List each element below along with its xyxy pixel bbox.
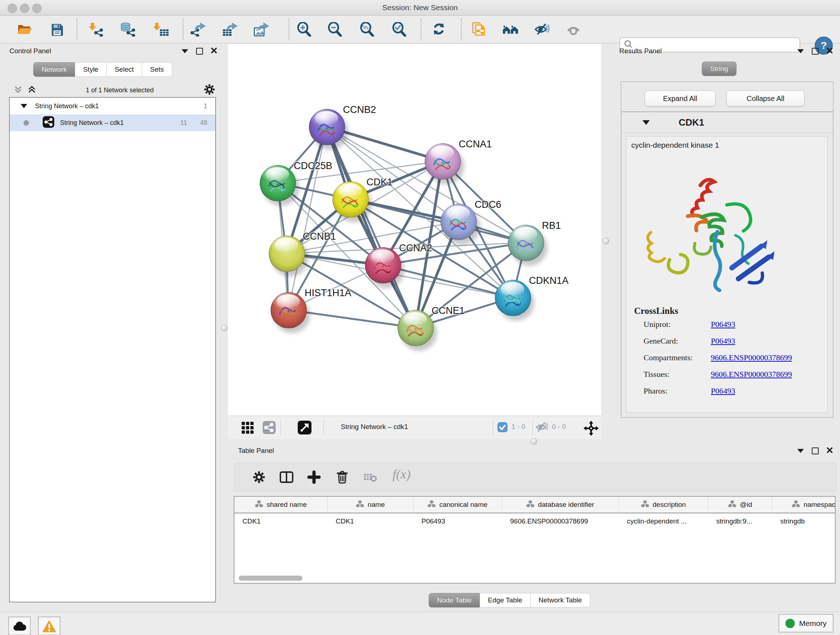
network-edge[interactable] [288, 127, 327, 310]
column-header--id[interactable]: @id [708, 497, 772, 513]
collapse-all-button[interactable]: Collapse All [726, 90, 805, 106]
results-buttons-box: Expand All Collapse All [621, 81, 834, 112]
crosslink-row: Tissues:9606.ENSP00000378699 [644, 370, 821, 382]
crosslink-link[interactable]: P06493 [711, 386, 735, 399]
crosslink-link[interactable]: 9606.ENSP00000378699 [711, 370, 792, 382]
memory-button[interactable]: Memory [778, 614, 834, 632]
table-cell[interactable]: stringdb:9... [708, 513, 772, 529]
column-header-namespace[interactable]: namespace [772, 497, 836, 513]
collapse-all-icon[interactable] [14, 85, 22, 95]
selected-checkbox-icon[interactable] [497, 419, 508, 435]
panel-menu-icon[interactable] [797, 449, 804, 453]
column-header-canonical-name[interactable]: canonical name [414, 497, 502, 513]
expand-all-icon[interactable] [27, 85, 36, 95]
zoom-fit-icon[interactable] [357, 20, 376, 39]
network-collection-row[interactable]: String Network – cdk1 1 [10, 98, 215, 114]
table-options-gear-icon[interactable] [251, 469, 267, 486]
crosslink-link[interactable]: P06493 [711, 336, 735, 348]
home-icon[interactable] [501, 20, 520, 39]
collapse-triangle-icon[interactable] [21, 104, 27, 108]
cloud-icon[interactable] [8, 616, 31, 635]
grid-view-icon[interactable] [238, 418, 257, 437]
hide-selected-icon[interactable] [533, 20, 552, 39]
table-row[interactable]: CDK1CDK1P064939606.ENSP00000378699cyclin… [234, 513, 835, 529]
network-canvas[interactable]: CCNB2CCNA1CDC25BCDK1CDC6RB1CCNB1CCNA2CDK… [228, 44, 601, 416]
string-network-icon [43, 116, 54, 130]
save-session-icon[interactable] [48, 20, 66, 39]
crosslink-link[interactable]: P06493 [711, 320, 735, 332]
network-node-ccne1[interactable] [398, 310, 434, 346]
network-node-cdc6[interactable] [441, 204, 477, 240]
scrollbar-thumb[interactable] [239, 576, 302, 581]
float-panel-icon[interactable] [812, 48, 819, 55]
entry-header[interactable]: CDK1 [622, 112, 833, 133]
network-node-cdkn1a[interactable] [495, 280, 531, 316]
network-node-hist1h1a[interactable] [271, 292, 307, 328]
zoom-out-icon[interactable] [325, 20, 344, 39]
vertical-splitter-handle-right[interactable] [603, 238, 609, 244]
crosslink-link[interactable]: 9606.ENSP00000378699 [711, 353, 792, 365]
network-node-ccnb2[interactable] [309, 109, 345, 145]
tab-select[interactable]: Select [106, 62, 142, 77]
export-image-icon[interactable] [253, 20, 271, 39]
network-node-cdk1[interactable] [332, 181, 369, 218]
show-columns-icon[interactable] [278, 469, 295, 486]
network-node-ccnb1[interactable] [269, 236, 305, 272]
column-header-database-identifier[interactable]: database identifier [502, 497, 619, 513]
warnings-icon[interactable] [38, 616, 60, 635]
zoom-in-icon[interactable] [294, 20, 313, 39]
table-cell[interactable]: CDK1 [328, 513, 414, 529]
float-panel-icon[interactable] [812, 448, 819, 454]
table-cell[interactable]: 9606.ENSP00000378699 [502, 513, 619, 529]
import-network-database-icon[interactable] [118, 20, 137, 39]
open-in-new-icon[interactable] [295, 418, 314, 437]
delete-columns-icon[interactable] [334, 469, 351, 486]
fit-selected-crosshair-icon[interactable] [582, 419, 600, 438]
network-node-cdc25b[interactable] [260, 165, 296, 201]
close-panel-icon[interactable] [827, 48, 833, 55]
network-row[interactable]: String Network – cdk1 11 48 [10, 114, 215, 131]
export-network-icon[interactable] [189, 20, 208, 39]
column-header-description[interactable]: description [619, 497, 708, 513]
panel-menu-icon[interactable] [182, 49, 188, 53]
network-node-rb1[interactable] [508, 225, 544, 261]
column-header-shared-name[interactable]: shared name [234, 497, 328, 513]
table-cell[interactable]: cyclin-dependent ... [619, 513, 708, 529]
node-table[interactable]: shared namenamecanonical namedatabase id… [234, 496, 836, 584]
export-table-icon[interactable] [221, 20, 240, 39]
create-column-icon[interactable] [306, 469, 322, 486]
tab-network-table[interactable]: Network Table [531, 593, 591, 608]
tab-style[interactable]: Style [75, 62, 107, 77]
tab-sets[interactable]: Sets [142, 62, 172, 77]
refresh-view-icon[interactable] [429, 20, 448, 39]
expand-all-button[interactable]: Expand All [645, 90, 715, 106]
network-node-ccna1[interactable] [425, 143, 461, 180]
tab-node-table[interactable]: Node Table [429, 593, 480, 608]
tab-network[interactable]: Network [33, 62, 75, 77]
float-panel-icon[interactable] [196, 48, 203, 55]
network-node-ccna2[interactable] [365, 247, 401, 283]
tab-edge-table[interactable]: Edge Table [480, 593, 531, 608]
table-cell[interactable]: CDK1 [234, 513, 328, 529]
collection-count: 1 [204, 103, 207, 110]
network-options-gear-icon[interactable] [203, 83, 216, 97]
table-cell[interactable]: stringdb [772, 513, 836, 529]
tab-string[interactable]: String [702, 62, 737, 76]
zoom-selected-icon[interactable] [390, 20, 409, 39]
collapse-triangle-icon[interactable] [643, 120, 650, 125]
table-cell[interactable]: P06493 [414, 513, 502, 529]
vertical-splitter-handle[interactable] [221, 325, 227, 331]
import-network-file-icon[interactable] [88, 20, 106, 39]
network-share-icon[interactable] [260, 418, 279, 437]
duplicate-network-icon[interactable] [470, 20, 488, 39]
import-table-file-icon[interactable] [152, 20, 171, 39]
open-session-icon[interactable] [15, 20, 34, 39]
column-header-name[interactable]: name [328, 497, 414, 513]
crosslink-row: Compartments:9606.ENSP00000378699 [644, 353, 821, 365]
network-edge[interactable] [288, 310, 415, 328]
horizontal-scrollbar[interactable] [235, 576, 834, 581]
close-panel-icon[interactable] [827, 447, 833, 455]
hidden-eye-icon[interactable] [535, 419, 548, 435]
close-panel-icon[interactable] [211, 48, 217, 55]
panel-menu-icon[interactable] [797, 49, 804, 53]
